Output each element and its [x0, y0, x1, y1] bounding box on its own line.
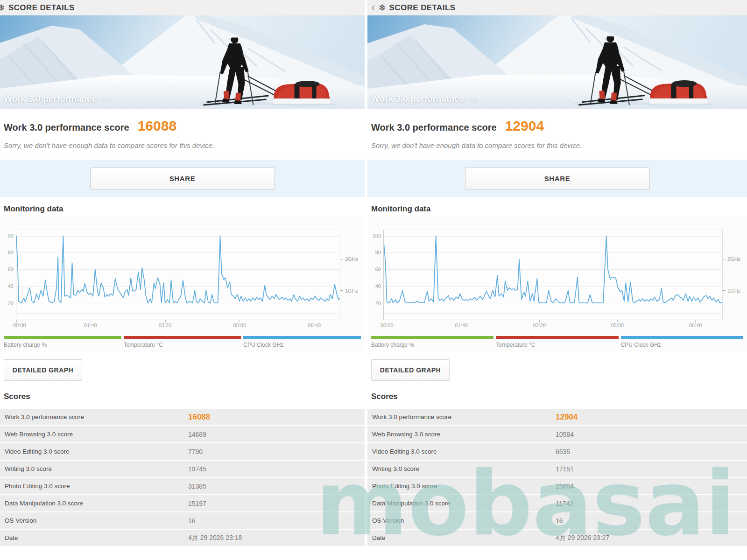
score-row-label: Web Browsing 3.0 score: [372, 431, 556, 438]
legend-label: CPU Clock GHz: [621, 342, 743, 348]
legend-color-bar: [243, 336, 361, 339]
comparison-page: ‹ ❄ SCORE DETAILS Work 3.0 performance 3…: [0, 0, 747, 560]
score-row-value: 15197: [188, 500, 365, 507]
score-table-row: Writing 3.0 score17151: [367, 461, 747, 477]
no-data-message: Sorry, we don't have enough data to comp…: [367, 141, 747, 149]
scores-title: Scores: [4, 392, 361, 401]
score-row-label: Photo Editing 3.0 score: [372, 483, 556, 490]
score-row-label: Date: [372, 534, 556, 541]
scores-table: Work 3.0 performance score12904Web Brows…: [367, 409, 747, 546]
score-row-value: 16088: [188, 413, 365, 422]
score-table-row: Work 3.0 performance score12904: [367, 409, 747, 425]
share-band: SHARE: [0, 160, 365, 197]
share-button[interactable]: SHARE: [90, 168, 275, 189]
hero-image: Work 3.0 performance 3.0: [0, 15, 365, 109]
score-row-value: 12904: [556, 413, 747, 422]
monitoring-chart-card: 10080604020 2GHz1GHz 00:0001:4003:2005:0…: [367, 217, 747, 352]
hero-caption: Work 3.0 performance 3.0: [371, 94, 478, 104]
detailed-graph-button[interactable]: DETAILED GRAPH: [371, 359, 450, 381]
score-row-value: 17151: [556, 465, 747, 473]
legend-item: Temperature °C: [496, 336, 618, 348]
score-value: 12904: [505, 118, 544, 134]
hero-caption: Work 3.0 performance 3.0: [4, 94, 110, 104]
chart-plot: [383, 230, 723, 320]
score-row-value: 25684: [556, 483, 747, 490]
page-title: SCORE DETAILS: [389, 3, 456, 13]
monitoring-chart: 10080604020 2GHz1GHz 00:0001:4003:2005:0…: [371, 230, 743, 329]
score-table-row: Date4月 29 2026 23:27: [367, 530, 747, 546]
result-panel-right: ‹ ❄ SCORE DETAILS Work 3.0 performance 3…: [367, 0, 747, 560]
score-row-label: OS Version: [372, 517, 556, 524]
chart-x-axis: 00:0001:4003:2005:0006:40: [16, 320, 340, 329]
score-row-label: Work 3.0 performance score: [372, 413, 556, 420]
score-table-row: Data Manipulation 3.0 score15197: [0, 495, 365, 511]
score-table-row: Writing 3.0 score19745: [0, 461, 365, 477]
score-row-label: OS Version: [5, 517, 188, 524]
score-row-label: Data Manipulation 3.0 score: [5, 500, 188, 507]
hero-image: Work 3.0 performance 3.0: [367, 15, 747, 109]
score-row-value: 4月 29 2026 23:27: [556, 534, 747, 542]
score-row-label: Web Browsing 3.0 score: [5, 431, 188, 438]
legend-color-bar: [621, 336, 743, 339]
monitoring-data-title: Monitoring data: [4, 204, 361, 214]
score-table-row: Video Editing 3.0 score6535: [367, 443, 747, 460]
chart-y-axis: 0080604020: [4, 230, 16, 320]
monitoring-chart-card: 0080604020 2GHz1GHz 00:0001:4003:2005:00…: [0, 217, 365, 352]
chart-plot: [16, 230, 340, 320]
snowflake-icon: ❄: [0, 3, 5, 12]
score-row-label: Data Manipulation 3.0 score: [372, 500, 556, 507]
score-row-value: 6535: [556, 448, 747, 455]
app-bar: ‹ ❄ SCORE DETAILS: [367, 0, 747, 15]
legend-color-bar: [496, 336, 618, 339]
result-panel-left: ‹ ❄ SCORE DETAILS Work 3.0 performance 3…: [0, 0, 365, 560]
scores-title: Scores: [371, 392, 743, 401]
score-headline: Work 3.0 performance score 16088: [0, 118, 365, 134]
score-table-row: Data Manipulation 3.0 score11742: [367, 495, 747, 511]
chart-x-axis: 00:0001:4003:2005:0006:40: [383, 320, 723, 329]
score-table-row: Web Browsing 3.0 score10584: [367, 426, 747, 442]
score-row-value: 11742: [556, 500, 747, 507]
score-label: Work 3.0 performance score: [4, 122, 129, 133]
detailed-graph-button[interactable]: DETAILED GRAPH: [4, 359, 82, 381]
chart-legend: Battery charge %Temperature °CCPU Clock …: [371, 336, 743, 348]
score-row-label: Work 3.0 performance score: [5, 413, 188, 420]
legend-label: CPU Clock GHz: [243, 342, 361, 348]
score-row-label: Video Editing 3.0 score: [5, 448, 188, 455]
score-table-row: Web Browsing 3.0 score14689: [0, 426, 365, 442]
benchmark-name: Work 3.0 performance: [4, 94, 97, 104]
score-row-value: 7790: [188, 448, 365, 455]
chart-right-axis: 2GHz1GHz: [340, 230, 361, 320]
score-table-row: Photo Editing 3.0 score25684: [367, 478, 747, 494]
legend-item: CPU Clock GHz: [621, 336, 743, 348]
no-data-message: Sorry, we don't have enough data to comp…: [0, 141, 365, 149]
legend-color-bar: [4, 336, 121, 339]
score-row-label: Writing 3.0 score: [372, 465, 556, 472]
benchmark-version: 3.0: [102, 97, 110, 103]
score-label: Work 3.0 performance score: [371, 122, 497, 133]
legend-item: Battery charge %: [371, 336, 493, 348]
share-button[interactable]: SHARE: [465, 168, 650, 189]
legend-color-bar: [124, 336, 241, 339]
legend-item: Temperature °C: [124, 336, 241, 348]
score-table-row: Video Editing 3.0 score7790: [0, 443, 365, 460]
score-row-value: 10584: [556, 431, 747, 438]
chart-right-axis: 2GHz1GHz: [723, 230, 743, 320]
legend-color-bar: [371, 336, 493, 339]
page-title: SCORE DETAILS: [8, 3, 75, 13]
legend-label: Battery charge %: [4, 342, 121, 348]
share-band: SHARE: [367, 160, 747, 197]
chart-legend: Battery charge %Temperature °CCPU Clock …: [4, 336, 361, 348]
legend-label: Temperature °C: [124, 342, 241, 348]
chart-y-axis: 10080604020: [371, 230, 383, 320]
score-row-value: 14689: [188, 431, 365, 438]
score-table-row: OS Version16: [367, 512, 747, 529]
score-row-label: Video Editing 3.0 score: [372, 448, 556, 455]
score-table-row: Photo Editing 3.0 score31385: [0, 478, 365, 494]
score-row-value: 16: [188, 517, 365, 525]
score-row-value: 31385: [188, 483, 365, 490]
legend-label: Battery charge %: [371, 342, 493, 348]
score-table-row: OS Version16: [0, 512, 365, 529]
snowflake-icon: ❄: [379, 3, 386, 12]
score-row-label: Writing 3.0 score: [5, 465, 188, 472]
score-row-value: 19745: [188, 465, 365, 473]
